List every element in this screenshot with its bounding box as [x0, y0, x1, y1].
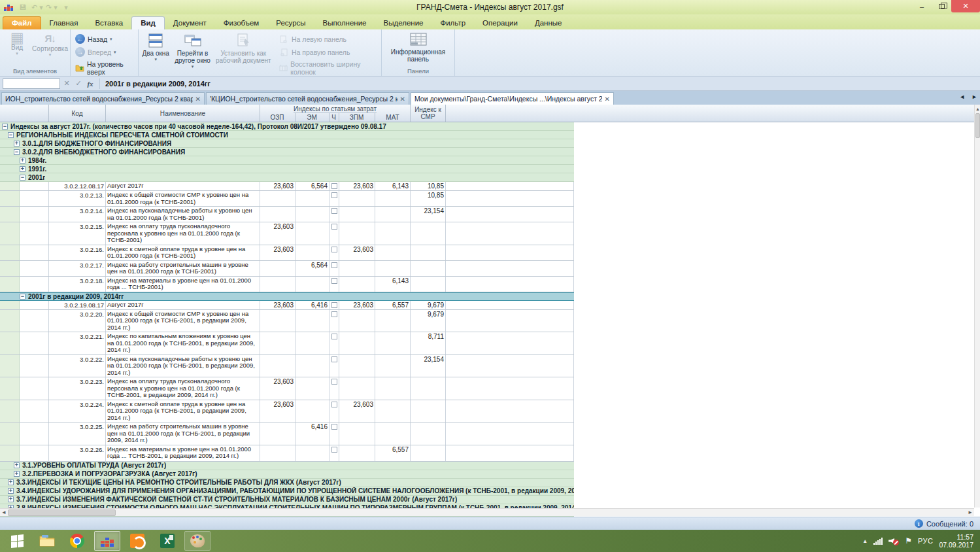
document-tab[interactable]: ИОН_строительство сетей водоснабжения_Ре…	[1, 92, 205, 105]
app-icon[interactable]	[3, 2, 14, 12]
cell-smr[interactable]: 8,711	[411, 332, 446, 354]
table-row[interactable]: 3.0.2.26.Индекс на материалы в уровне це…	[0, 445, 574, 462]
confirm-formula-icon[interactable]: ✓	[73, 79, 84, 88]
minimize-button[interactable]: –	[912, 0, 932, 12]
cell-blank[interactable]	[20, 222, 49, 245]
cell-name[interactable]: Индекс на материалы в уровне цен на 01.0…	[106, 277, 260, 292]
ribbon-tab-Данные[interactable]: Данные	[526, 17, 571, 29]
cell-ozp[interactable]	[260, 191, 296, 206]
formula-value[interactable]: 2001г в редакции 2009, 2014гг	[99, 78, 211, 89]
header-em[interactable]: ЭМ	[296, 113, 329, 122]
view-button[interactable]: ▦ Вид▾	[2, 31, 32, 67]
scroll-right-icon[interactable]: ►	[966, 509, 974, 517]
cell-zpm[interactable]	[339, 310, 375, 332]
checkbox[interactable]	[331, 224, 337, 230]
cell-blank[interactable]	[20, 445, 49, 461]
cell-mat[interactable]	[375, 261, 411, 276]
set-working-document-button[interactable]: Установить как рабочий документ	[214, 31, 273, 77]
header-mat[interactable]: МАТ	[375, 113, 411, 122]
cell-smr[interactable]: 10,85	[411, 182, 446, 190]
ribbon-tab-Ресурсы[interactable]: Ресурсы	[267, 17, 314, 29]
checkbox[interactable]	[331, 311, 337, 317]
cell-blank[interactable]	[20, 377, 49, 400]
cell-smr[interactable]	[411, 277, 446, 292]
cell-mat[interactable]: 6,143	[375, 277, 411, 292]
cell-zpm[interactable]: 23,603	[339, 245, 375, 260]
start-button[interactable]	[4, 531, 30, 551]
cell-zpm[interactable]	[339, 355, 375, 377]
restore-columns-button[interactable]: Восстановить ширину колонок	[277, 60, 379, 77]
cell-mat[interactable]	[375, 400, 411, 423]
table-row[interactable]: 3.0.2.12.08.17Август 2017г23,6036,56423,…	[0, 182, 574, 191]
checkbox[interactable]	[331, 192, 337, 198]
cell-em[interactable]	[296, 191, 329, 206]
ribbon-tab-Вставка[interactable]: Вставка	[86, 17, 131, 29]
back-button[interactable]: ← Назад▾	[73, 33, 136, 44]
cell-em[interactable]	[296, 222, 329, 245]
cell-mat[interactable]	[375, 222, 411, 245]
up-level-button[interactable]: На уровень вверх	[73, 60, 136, 77]
table-row[interactable]: 3.0.2.14.Индекс на пусконаладочные работ…	[0, 207, 574, 222]
cell-smr[interactable]	[411, 245, 446, 260]
cell-code[interactable]: 3.0.2.12.08.17	[49, 182, 106, 190]
language-indicator[interactable]: РУС	[918, 537, 934, 545]
cell-blank[interactable]	[20, 277, 49, 292]
collapse-icon[interactable]: −	[2, 124, 8, 129]
cell-smr[interactable]	[411, 377, 446, 400]
cancel-formula-icon[interactable]: ✕	[61, 79, 72, 88]
left-panel-button[interactable]: На левую панель	[277, 33, 379, 44]
close-icon[interactable]: ✕	[397, 95, 405, 103]
cell-ozp[interactable]	[260, 355, 296, 377]
undo-icon[interactable]: ↶ ▾	[31, 2, 43, 12]
cell-em[interactable]	[296, 332, 329, 354]
cell-blank[interactable]	[20, 191, 49, 206]
group-row[interactable]: +3.1.УРОВЕНЬ ОПЛАТЫ ТРУДА (Август 2017г)	[0, 462, 574, 470]
checkbox[interactable]	[331, 402, 337, 407]
table-row[interactable]: 3.0.2.13.Индекс к общей стоимости СМР к …	[0, 191, 574, 207]
ribbon-tab-Физобъем[interactable]: Физобъем	[215, 17, 267, 29]
collapse-icon[interactable]: −	[8, 132, 14, 138]
cell-code[interactable]: 3.0.2.23.	[49, 377, 106, 400]
cell-blank[interactable]	[20, 182, 49, 190]
name-box-input[interactable]	[3, 78, 60, 89]
header-zpm[interactable]: ЗПМ	[339, 113, 375, 122]
cell-name[interactable]: Индекс на работу строительных машин в ур…	[106, 423, 260, 445]
close-icon[interactable]: ✕	[602, 95, 610, 103]
table-row[interactable]: 3.0.2.15.Индекс на оплату труда пусконал…	[0, 222, 574, 245]
cell-code[interactable]: 3.0.2.19.08.17	[49, 301, 106, 309]
cell-ozp[interactable]	[260, 261, 296, 276]
cell-name[interactable]: Индекс на материалы в уровне цен на 01.0…	[106, 445, 260, 461]
cell-zpm[interactable]	[339, 222, 375, 245]
cell-ozp[interactable]: 23,603	[260, 182, 296, 190]
table-row[interactable]: 3.0.2.19.08.17Август 2017г23,6036,41623,…	[0, 301, 574, 310]
cell-name[interactable]: Индекс к общей стоимости СМР к уровню це…	[106, 310, 260, 332]
cell-zpm[interactable]	[339, 332, 375, 354]
checkbox[interactable]	[331, 356, 337, 362]
group-row[interactable]: +3.3.ИНДЕКСЫ И ТЕКУЩИЕ ЦЕНЫ НА РЕМОНТНО …	[0, 479, 574, 487]
ribbon-tab-Выполнение[interactable]: Выполнение	[314, 17, 375, 29]
cell-blank[interactable]	[20, 207, 49, 222]
right-panel-button[interactable]: На правую панель	[277, 46, 379, 58]
expand-icon[interactable]: +	[14, 141, 20, 147]
table-row[interactable]: 3.0.2.17.Индекс на работу строительных м…	[0, 261, 574, 277]
table-row[interactable]: 3.0.2.22.Индекс на пусконаладочные работ…	[0, 355, 574, 378]
cell-name[interactable]: Индекс к сметной оплате труда в уровне ц…	[106, 400, 260, 423]
cell-code[interactable]: 3.0.2.21.	[49, 332, 106, 354]
cell-smr[interactable]	[411, 222, 446, 245]
cell-blank[interactable]	[20, 423, 49, 445]
cell-em[interactable]	[296, 245, 329, 260]
cell-em[interactable]	[296, 445, 329, 461]
close-icon[interactable]: ✕	[193, 95, 201, 103]
cell-mat[interactable]: 6,143	[375, 182, 411, 190]
cell-em[interactable]	[296, 207, 329, 222]
ribbon-tab-Выделение[interactable]: Выделение	[375, 17, 432, 29]
horizontal-scroll-thumb[interactable]	[8, 509, 116, 516]
group-row[interactable]: −РЕГИОНАЛЬНЫЕ ИНДЕКСЫ ПЕРЕСЧЕТА СМЕТНОЙ …	[0, 131, 574, 139]
cell-name[interactable]: Индекс на пусконаладочные работы к уровн…	[106, 355, 260, 377]
cell-code[interactable]: 3.0.2.13.	[49, 191, 106, 206]
cell-blank[interactable]	[20, 301, 49, 309]
customize-toolbar-icon[interactable]: ▾	[60, 2, 72, 12]
cell-smr[interactable]	[411, 423, 446, 445]
close-button[interactable]: ✕	[951, 0, 980, 12]
cell-ozp[interactable]	[260, 310, 296, 332]
